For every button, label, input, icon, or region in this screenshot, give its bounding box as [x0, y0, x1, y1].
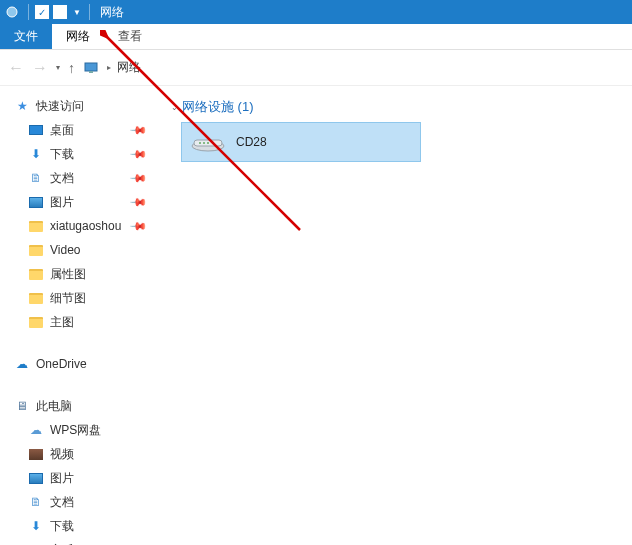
nav-bar: ← → ▾ ↑ ▸ 网络	[0, 50, 632, 86]
sidebar-label: xiatugaoshou	[50, 219, 121, 233]
sidebar-group-onedrive: ☁ OneDrive	[0, 352, 155, 376]
qat-check-icon[interactable]: ✓	[35, 5, 49, 19]
cloud-icon: ☁	[28, 422, 44, 438]
location-caret-icon[interactable]: ▸	[107, 63, 111, 72]
section-header-network-infra[interactable]: ⌄ 网络设施 (1)	[171, 98, 620, 116]
qat-dropdown-icon[interactable]: ▼	[73, 8, 81, 17]
ribbon-tab-network[interactable]: 网络	[52, 24, 104, 49]
section-label: 网络设施 (1)	[182, 98, 254, 116]
pin-icon: 📌	[128, 216, 147, 235]
picture-icon	[28, 470, 44, 486]
folder-icon	[28, 290, 44, 306]
svg-point-0	[7, 7, 17, 17]
network-icon	[4, 4, 20, 20]
sidebar-item-folder[interactable]: 主图	[0, 310, 155, 334]
svg-rect-1	[85, 63, 97, 71]
ribbon-tabs: 文件 网络 查看	[0, 24, 632, 50]
network-location-icon	[83, 59, 101, 77]
main-area: ★ 快速访问 桌面 📌 ⬇ 下载 📌 🗎 文档 📌 图片 📌	[0, 86, 632, 545]
svg-rect-2	[89, 71, 93, 73]
pin-icon: 📌	[128, 168, 147, 187]
modem-icon	[190, 128, 226, 156]
sidebar-item-quick-access[interactable]: ★ 快速访问	[0, 94, 155, 118]
svg-point-7	[207, 142, 209, 144]
sidebar-label: WPS网盘	[50, 422, 101, 439]
title-bar: ✓ ▼ 网络	[0, 0, 632, 24]
sidebar-label: 文档	[50, 494, 74, 511]
sidebar-label: 快速访问	[36, 98, 84, 115]
device-label: CD28	[236, 135, 267, 149]
sidebar-item-desktop[interactable]: 桌面 📌	[0, 118, 155, 142]
svg-point-6	[203, 142, 205, 144]
nav-forward-icon[interactable]: →	[32, 59, 48, 77]
sidebar-label: 图片	[50, 470, 74, 487]
star-icon: ★	[14, 98, 30, 114]
svg-point-5	[199, 142, 201, 144]
sidebar-item-downloads[interactable]: ⬇ 下载 📌	[0, 142, 155, 166]
ribbon-tab-view[interactable]: 查看	[104, 24, 156, 49]
sidebar-label: 主图	[50, 314, 74, 331]
sidebar-item-pictures-pc[interactable]: 图片	[0, 466, 155, 490]
sidebar-item-documents-pc[interactable]: 🗎 文档	[0, 490, 155, 514]
onedrive-icon: ☁	[14, 356, 30, 372]
folder-icon	[28, 218, 44, 234]
content-pane[interactable]: ⌄ 网络设施 (1) CD28	[155, 86, 632, 545]
nav-history-caret-icon[interactable]: ▾	[56, 63, 60, 72]
location-bar[interactable]: ▸ 网络	[83, 59, 624, 77]
chevron-down-icon: ⌄	[171, 103, 178, 112]
folder-icon	[28, 242, 44, 258]
qat-box-icon[interactable]	[53, 5, 67, 19]
location-text: 网络	[117, 59, 141, 76]
document-icon: 🗎	[28, 494, 44, 510]
sidebar-label: 视频	[50, 446, 74, 463]
folder-icon	[28, 266, 44, 282]
sidebar-item-downloads-pc[interactable]: ⬇ 下载	[0, 514, 155, 538]
nav-arrows: ← → ▾ ↑	[8, 59, 75, 77]
sidebar-label: 桌面	[50, 122, 74, 139]
video-icon	[28, 446, 44, 462]
sidebar-item-onedrive[interactable]: ☁ OneDrive	[0, 352, 155, 376]
picture-icon	[28, 194, 44, 210]
sidebar-label: 此电脑	[36, 398, 72, 415]
sidebar-label: 细节图	[50, 290, 86, 307]
sidebar-item-pictures[interactable]: 图片 📌	[0, 190, 155, 214]
ribbon-tab-file[interactable]: 文件	[0, 24, 52, 49]
sidebar-label: 下载	[50, 146, 74, 163]
title-separator-2	[89, 4, 90, 20]
sidebar-label: 图片	[50, 194, 74, 211]
pin-icon: 📌	[128, 120, 147, 139]
sidebar-label: 下载	[50, 518, 74, 535]
sidebar-label: 文档	[50, 170, 74, 187]
window-title: 网络	[100, 4, 124, 21]
sidebar-item-documents[interactable]: 🗎 文档 📌	[0, 166, 155, 190]
sidebar-item-wps[interactable]: ☁ WPS网盘	[0, 418, 155, 442]
nav-up-icon[interactable]: ↑	[68, 60, 75, 76]
sidebar-item-this-pc[interactable]: 🖥 此电脑	[0, 394, 155, 418]
download-icon: ⬇	[28, 146, 44, 162]
title-separator	[28, 4, 29, 20]
device-item[interactable]: CD28	[181, 122, 421, 162]
pc-icon: 🖥	[14, 398, 30, 414]
pin-icon: 📌	[128, 192, 147, 211]
folder-icon	[28, 314, 44, 330]
sidebar-label: 属性图	[50, 266, 86, 283]
sidebar-item-folder[interactable]: xiatugaoshou 📌	[0, 214, 155, 238]
download-icon: ⬇	[28, 518, 44, 534]
sidebar[interactable]: ★ 快速访问 桌面 📌 ⬇ 下载 📌 🗎 文档 📌 图片 📌	[0, 86, 155, 545]
desktop-icon	[28, 122, 44, 138]
document-icon: 🗎	[28, 170, 44, 186]
sidebar-label: 音乐	[50, 542, 74, 546]
sidebar-item-music[interactable]: ♪ 音乐	[0, 538, 155, 545]
sidebar-group-this-pc: 🖥 此电脑 ☁ WPS网盘 视频 图片 🗎 文档 ⬇ 下载	[0, 394, 155, 545]
pin-icon: 📌	[128, 144, 147, 163]
sidebar-item-folder[interactable]: 属性图	[0, 262, 155, 286]
sidebar-item-folder[interactable]: Video	[0, 238, 155, 262]
nav-back-icon[interactable]: ←	[8, 59, 24, 77]
sidebar-item-videos[interactable]: 视频	[0, 442, 155, 466]
sidebar-label: Video	[50, 243, 80, 257]
sidebar-label: OneDrive	[36, 357, 87, 371]
sidebar-group-quick-access: ★ 快速访问 桌面 📌 ⬇ 下载 📌 🗎 文档 📌 图片 📌	[0, 94, 155, 334]
sidebar-item-folder[interactable]: 细节图	[0, 286, 155, 310]
